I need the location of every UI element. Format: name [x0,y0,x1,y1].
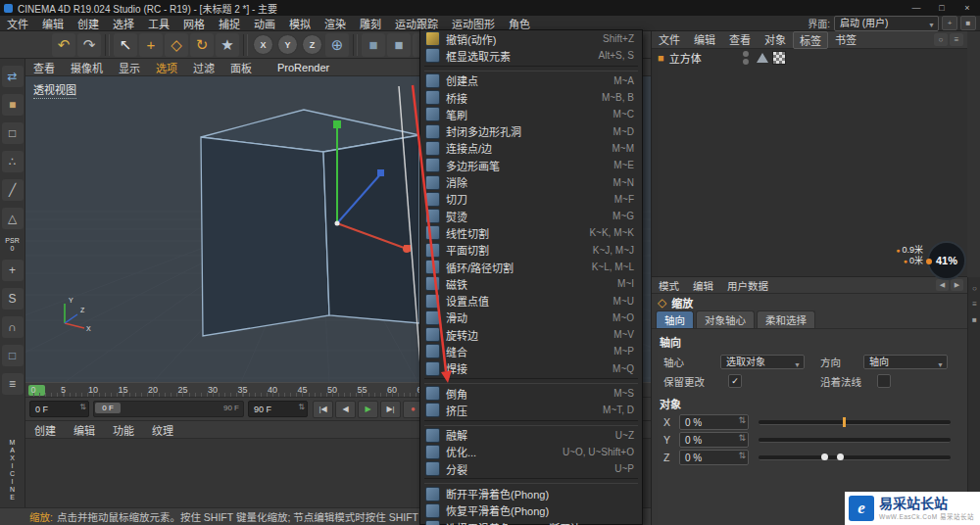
goto-start-button[interactable]: |◀ [313,401,333,418]
menubar-item[interactable]: 创建 [71,16,106,31]
context-menu-item[interactable]: 循环/路径切割K~L, M~L [420,259,642,275]
axis-percent-field[interactable]: 0 %⇅ [679,414,749,430]
viewport-menu-item[interactable]: 查看 [25,60,63,75]
attribute-menu-item[interactable]: 模式 [652,278,686,293]
context-menu-item[interactable]: 融解U~Z [420,427,642,444]
axis-slider[interactable] [759,455,951,460]
axis-percent-field[interactable]: 0 %⇅ [679,450,749,465]
context-menu-item[interactable]: 倒角M~S [420,385,642,402]
convert-editable-icon[interactable]: ⇄ [2,66,24,87]
context-menu-item[interactable]: 桥接M~B, B [420,89,642,106]
axis-y-button[interactable]: Y [277,34,298,55]
menubar-item[interactable]: 网格 [176,16,212,31]
context-menu-item[interactable]: 切刀M~F [420,191,642,208]
polygon-mode-icon[interactable]: △ [2,208,24,229]
menubar-item[interactable]: 捕捉 [212,16,247,31]
context-menu-item[interactable]: 线性切割K~K, M~K [420,224,642,241]
spinner-icon[interactable]: ⇅ [79,403,86,411]
menubar-item[interactable]: 雕刻 [353,16,388,31]
material-menu-item[interactable]: 创建 [25,422,65,438]
object-name[interactable]: 立方体 [669,50,702,66]
context-menu-item[interactable]: 撤销(动作)Shift+Z [420,30,642,47]
spinner-icon[interactable]: ⇅ [738,433,746,443]
polygon-tag-icon[interactable] [757,53,768,63]
attribute-tab[interactable]: 柔和选择 [757,310,815,328]
object-manager-menu-item[interactable]: 书签 [828,31,863,49]
interface-layout-select[interactable]: 启动 (用户) ▼ [834,16,939,31]
context-menu-item[interactable]: 断开平滑着色(Phong) [420,485,642,501]
context-menu-item[interactable]: 连接点/边M~M [420,140,642,157]
context-menu-item[interactable]: 封闭多边形孔洞M~D [420,122,642,139]
menubar-item[interactable]: 动画 [247,16,282,31]
context-menu-item[interactable]: 挤压M~T, D [420,402,642,418]
context-menu-item[interactable]: 选择平滑着色(Phong)断开边 [420,519,642,525]
context-menu-item[interactable]: 旋转边M~V [420,326,642,343]
attr-next-icon[interactable]: ▶ [951,279,963,291]
viewport-menu-item[interactable]: 面板 [222,60,260,75]
context-menu-item[interactable]: 缝合M~P [420,343,642,359]
context-menu-item[interactable]: 磁铁M~I [420,275,642,292]
menubar-item[interactable]: 文件 [0,16,35,31]
live-selection-icon[interactable]: ↖ [114,33,137,57]
attribute-tab[interactable]: 轴向 [656,310,694,328]
viewport-label[interactable]: 透视视图 [33,81,76,99]
close-button[interactable]: × [955,0,980,16]
layout-panels-icon[interactable]: ■ [960,16,976,30]
strip-menu-icon[interactable]: ≡ [970,299,980,309]
model-mode-icon[interactable]: ■ [2,94,24,116]
redo-icon[interactable]: ↷ [77,33,101,57]
viewport-menu-item[interactable]: 摄像机 [63,60,111,75]
play-button[interactable]: ▶ [358,401,378,418]
context-menu-item[interactable]: 设置点值M~U [420,292,642,309]
context-menu-item[interactable]: 分裂U~P [420,460,642,477]
object-row-cube[interactable]: ■ 立方体 [652,49,967,67]
rotate-icon[interactable]: ↻ [190,33,214,57]
enable-axis-icon[interactable]: + [2,260,24,281]
layout-add-icon[interactable]: + [942,16,957,30]
axis-percent-field[interactable]: 0 %⇅ [679,432,749,448]
strip-panel-icon[interactable]: ■ [970,314,980,324]
frame-range-slider[interactable]: 0 F 90 F [93,401,244,417]
coordinate-system-icon[interactable]: ⊕ [325,33,349,57]
context-menu-item[interactable]: 优化...U~O, U~Shift+O [420,444,642,460]
scale-icon[interactable]: ◇ [165,33,188,57]
edge-mode-icon[interactable]: ╱ [2,179,24,201]
menubar-item[interactable]: 选择 [106,16,141,31]
object-manager-menu-item[interactable]: 标签 [793,31,828,49]
object-manager-tree[interactable]: ■ 立方体 [652,49,967,276]
axis-slider[interactable] [759,420,951,425]
axis-select[interactable]: 选取对象 ▼ [720,355,805,369]
point-mode-icon[interactable]: ∴ [2,151,24,172]
menubar-item[interactable]: 渲染 [318,16,353,31]
object-manager-menu-item[interactable]: 编辑 [687,31,722,49]
spinner-icon[interactable]: ⇅ [738,415,746,425]
attr-prev-icon[interactable]: ◀ [936,279,949,291]
menubar-item[interactable]: 工具 [141,16,176,31]
material-menu-item[interactable]: 功能 [104,422,143,438]
menubar-item[interactable]: 模拟 [282,16,318,31]
prev-frame-button[interactable]: ◀ [335,401,356,418]
context-menu-item[interactable]: 笔刷M~C [420,106,642,122]
object-manager-menu-item[interactable]: 查看 [722,31,758,49]
recent-tool-icon[interactable]: ★ [216,33,239,57]
om-search-icon[interactable]: ○ [934,33,948,46]
goto-end-button[interactable]: ▶| [380,401,401,418]
context-menu-item[interactable]: 多边形画笔M~E [420,157,642,173]
viewport-menu-item[interactable]: ProRender [270,62,337,73]
visibility-dot-render[interactable] [743,59,749,65]
workplane-icon[interactable]: □ [2,345,24,366]
texture-mode-icon[interactable]: □ [2,122,24,144]
axis-z-button[interactable]: Z [302,34,322,55]
material-menu-item[interactable]: 纹理 [143,422,182,438]
menubar-item[interactable]: 编辑 [35,16,71,31]
orientation-select[interactable]: 轴向 ▼ [863,355,948,369]
context-menu-item[interactable]: 创建点M~A [420,72,642,89]
viewport-menu-item[interactable]: 过滤 [185,60,222,75]
minimize-button[interactable]: — [904,0,929,16]
current-frame-field[interactable]: 0 F ⇅ [29,401,89,417]
om-filter-icon[interactable]: ≡ [950,33,963,46]
attribute-tab[interactable]: 对象轴心 [696,310,755,328]
context-menu-item[interactable]: 恢复平滑着色(Phong) [420,502,642,519]
viewport-menu-item[interactable]: 显示 [111,60,148,75]
axis-slider[interactable] [759,438,951,443]
